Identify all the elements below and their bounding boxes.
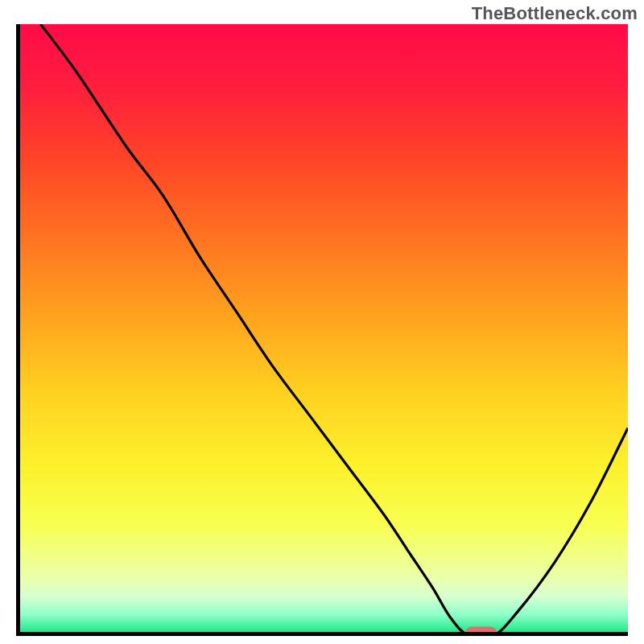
chart-svg <box>16 24 628 636</box>
attribution-label: TheBottleneck.com <box>472 3 638 24</box>
chart-container: TheBottleneck.com <box>0 0 644 644</box>
gradient-background <box>16 24 628 636</box>
plot-area <box>16 24 628 636</box>
